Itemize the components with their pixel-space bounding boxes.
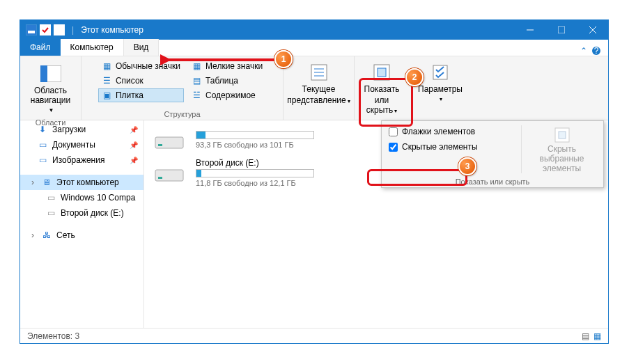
navigation-pane-icon (40, 63, 62, 85)
ribbon-tabstrip: Файл Компьютер Вид ⌃ ? (20, 40, 608, 56)
nav-pictures[interactable]: ▭Изображения📌 (20, 152, 143, 168)
svg-rect-15 (378, 68, 386, 77)
chevron-right-icon: › (31, 177, 37, 187)
qat-item-1[interactable] (40, 24, 51, 35)
drive-icon: ▭ (45, 207, 56, 219)
nav-win10-drive[interactable]: ▭Windows 10 Compa (20, 190, 143, 205)
explorer-window: | Этот компьютер Файл Компьютер Вид ⌃ ? … (20, 19, 609, 344)
svg-rect-18 (158, 144, 162, 146)
current-view-button[interactable]: Текущее представление▾ (282, 58, 355, 109)
content-area: ⬇Загрузки📌 ▭Документы📌 ▭Изображения📌 ›🖥Э… (20, 120, 608, 328)
layout-table[interactable]: ▤Таблица (188, 74, 266, 88)
maximize-button[interactable] (545, 20, 577, 40)
qat-separator: | (72, 25, 74, 35)
drive-usage-bar (196, 169, 314, 177)
window-controls (514, 20, 608, 40)
pin-icon: 📌 (130, 141, 138, 149)
view-tiles-icon[interactable]: ▦ (593, 331, 601, 341)
drive-free-space: 11,8 ГБ свободно из 12,1 ГБ (196, 179, 314, 187)
help-icon[interactable]: ? (591, 46, 601, 56)
layout-list[interactable]: ☰Список (98, 74, 184, 88)
qat-item-2[interactable] (54, 24, 65, 35)
pictures-icon: ▭ (37, 155, 48, 166)
nav-drive-e[interactable]: ▭Второй диск (E:) (20, 205, 143, 221)
titlebar: | Этот компьютер (20, 20, 608, 40)
svg-rect-19 (155, 170, 183, 181)
drive-usage-bar (196, 131, 314, 139)
svg-rect-16 (433, 65, 447, 79)
grid-icon: ▦ (102, 61, 113, 72)
ribbon-group-layout: Структура (164, 109, 200, 120)
tab-computer[interactable]: Компьютер (61, 39, 124, 56)
drive-name: Второй диск (E:) (196, 158, 314, 168)
callout-1: 1 (274, 50, 293, 68)
options-icon (429, 61, 451, 84)
navigation-pane: ⬇Загрузки📌 ▭Документы📌 ▭Изображения📌 ›🖥Э… (20, 120, 144, 328)
ribbon-collapse-icon[interactable]: ⌃ (580, 46, 587, 56)
close-button[interactable] (577, 20, 608, 40)
svg-text:?: ? (594, 46, 599, 56)
window-title: Этот компьютер (81, 25, 143, 35)
callout-3: 3 (458, 157, 476, 175)
drive-icon (153, 127, 186, 152)
drive-free-space: 93,3 ГБ свободно из 101 ГБ (196, 141, 314, 149)
tab-view[interactable]: Вид (124, 39, 160, 56)
drive-icon: ▭ (45, 192, 56, 203)
drive-icon (153, 160, 186, 185)
hide-selected-icon (552, 125, 572, 145)
item-count: Элементов: 3 (27, 331, 79, 341)
checkbox-hidden-items[interactable]: Скрытые элементы (387, 141, 521, 153)
svg-rect-20 (158, 177, 162, 179)
ribbon: Область навигации ▼ Области ▦Обычные зна… (20, 56, 608, 120)
callout-2: 2 (405, 68, 424, 86)
nav-downloads[interactable]: ⬇Загрузки📌 (20, 122, 143, 137)
tab-file[interactable]: Файл (20, 39, 61, 56)
svg-rect-3 (558, 26, 565, 33)
file-list: 93,3 ГБ свободно из 101 ГБ Второй диск (… (144, 120, 608, 328)
checkbox[interactable] (389, 143, 398, 152)
nav-network[interactable]: ›🖧Сеть (20, 228, 143, 243)
chevron-down-icon: ▾ (348, 98, 350, 104)
nav-documents[interactable]: ▭Документы📌 (20, 137, 143, 152)
pc-icon: 🖥 (41, 177, 52, 188)
svg-rect-22 (559, 132, 566, 139)
chevron-down-icon: ▾ (440, 96, 442, 102)
current-view-icon (308, 61, 330, 84)
checkbox-item-flags[interactable]: Флажки элементов (387, 125, 521, 138)
document-icon: ▭ (37, 139, 48, 150)
tiles-icon: ▣ (102, 90, 113, 101)
svg-rect-9 (40, 65, 47, 82)
chevron-down-icon: ▼ (49, 107, 54, 113)
navigation-pane-button[interactable]: Область навигации ▼ (26, 59, 75, 117)
list-icon: ☰ (102, 75, 113, 86)
show-hide-button[interactable]: Показать или скрыть▾ (359, 58, 405, 118)
pin-icon: 📌 (130, 157, 138, 164)
nav-this-pc[interactable]: ›🖥Этот компьютер (20, 175, 143, 190)
network-icon: 🖧 (41, 230, 52, 241)
navigation-pane-label: Область навигации (31, 86, 70, 106)
layout-content[interactable]: ☱Содержимое (188, 88, 266, 102)
download-icon: ⬇ (37, 124, 48, 135)
chevron-down-icon: ▾ (394, 108, 397, 114)
app-icon (26, 24, 37, 35)
view-details-icon[interactable]: ▤ (582, 331, 589, 341)
content-icon: ☱ (192, 90, 203, 101)
dropdown-group-label: Показать или скрыть (382, 177, 603, 186)
annotation-arrow (160, 52, 279, 68)
pin-icon: 📌 (130, 126, 138, 134)
statusbar: Элементов: 3 ▤ ▦ (20, 328, 608, 343)
show-hide-icon (371, 61, 393, 84)
quick-access-toolbar: | (26, 24, 78, 35)
show-hide-dropdown: Флажки элементов Скрытые элементы Скрыть… (381, 120, 604, 188)
svg-rect-17 (155, 137, 183, 148)
checkbox[interactable] (389, 127, 398, 136)
chevron-right-icon: › (31, 230, 37, 240)
table-icon: ▤ (192, 75, 203, 86)
svg-rect-1 (28, 31, 35, 33)
hide-selected-button[interactable]: Скрыть выбранные элементы (521, 125, 598, 173)
layout-tiles[interactable]: ▣Плитка (98, 88, 184, 102)
minimize-button[interactable] (514, 20, 545, 40)
